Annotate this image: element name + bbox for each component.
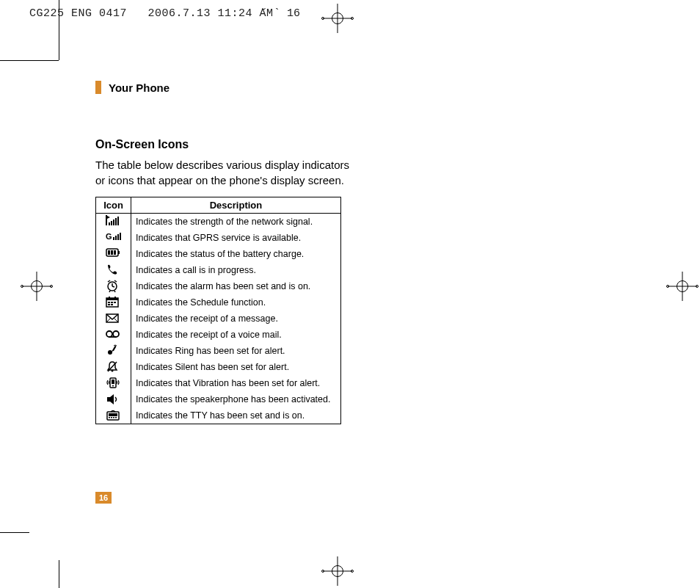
table-row: Indicates the TTY has been set and is on… (96, 407, 341, 424)
subsection-title: On-Screen Icons (95, 138, 440, 151)
table-row: Indicates that GPRS service is available… (96, 230, 341, 246)
table-cell-description: Indicates Silent has been set for alert. (131, 359, 341, 375)
section-accent-bar (95, 81, 101, 94)
battery-icon (96, 246, 131, 262)
page-number-badge: 16 (95, 492, 112, 504)
voicemail-icon (96, 327, 131, 343)
table-cell-description: Indicates the alarm has been set and is … (131, 278, 341, 294)
table-cell-description: Indicates the Schedule function. (131, 294, 341, 311)
table-cell-description: Indicates the status of the battery char… (131, 246, 341, 262)
section-header: Your Phone (95, 81, 440, 94)
table-row: Indicates Ring has been set for alert. (96, 343, 341, 359)
intro-text: The table below describes various displa… (95, 157, 440, 188)
table-cell-description: Indicates the speakerphone has been acti… (131, 391, 341, 407)
table-row: Indicates the receipt of a voice mail. (96, 327, 341, 343)
table-row: Indicates Silent has been set for alert. (96, 359, 341, 375)
registration-mark (323, 4, 352, 33)
registration-mark (668, 272, 697, 301)
message-icon (96, 311, 131, 327)
ring-alert-icon (96, 343, 131, 359)
crop-mark (59, 560, 59, 588)
intro-line: or icons that appear on the phone's disp… (95, 174, 344, 186)
table-cell-description: Indicates Ring has been set for alert. (131, 343, 341, 359)
header-doc-info: CG225 ENG 0417 2006.7.13 11:24 AM (29, 7, 274, 20)
gprs-icon (96, 230, 131, 246)
vibration-alert-icon (96, 375, 131, 391)
intro-line: The table below describes various displa… (95, 159, 349, 171)
table-row: Indicates that Vibration has been set fo… (96, 375, 341, 391)
crop-mark (59, 0, 59, 60)
table-cell-description: Indicates that Vibration has been set fo… (131, 375, 341, 391)
section-title: Your Phone (109, 81, 169, 94)
table-row: Indicates the strength of the network si… (96, 214, 341, 231)
tty-icon (96, 407, 131, 424)
table-cell-description: Indicates the strength of the network si… (131, 214, 341, 231)
crop-mark (0, 60, 59, 61)
schedule-icon (96, 294, 131, 311)
silent-alert-icon (96, 359, 131, 375)
icon-description-table: Icon Description Indicates the strength … (95, 197, 341, 424)
crop-mark (0, 532, 29, 533)
table-cell-description: Indicates the receipt of a message. (131, 311, 341, 327)
table-cell-description: Indicates the receipt of a voice mail. (131, 327, 341, 343)
registration-mark (22, 272, 51, 301)
call-icon (96, 262, 131, 278)
table-row: Indicates the speakerphone has been acti… (96, 391, 341, 407)
page-content: Your Phone On-Screen Icons The table bel… (95, 81, 440, 424)
table-header-description: Description (131, 197, 341, 214)
table-row: Indicates the status of the battery char… (96, 246, 341, 262)
speakerphone-icon (96, 391, 131, 407)
table-row: Indicates the alarm has been set and is … (96, 278, 341, 294)
table-header-icon: Icon (96, 197, 131, 214)
header-doc-id: CG225 ENG 0417 (29, 7, 127, 20)
registration-mark (323, 556, 352, 586)
header-timestamp: 2006.7.13 11:24 AM (148, 7, 274, 20)
table-cell-description: Indicates that GPRS service is available… (131, 230, 341, 246)
signal-strength-icon (96, 214, 131, 231)
table-cell-description: Indicates a call is in progress. (131, 262, 341, 278)
table-row: Indicates the Schedule function. (96, 294, 341, 311)
table-cell-description: Indicates the TTY has been set and is on… (131, 407, 341, 424)
alarm-icon (96, 278, 131, 294)
header-page-mark: ˘ ` 16 (260, 7, 300, 20)
table-row: Indicates the receipt of a message. (96, 311, 341, 327)
table-row: Indicates a call is in progress. (96, 262, 341, 278)
